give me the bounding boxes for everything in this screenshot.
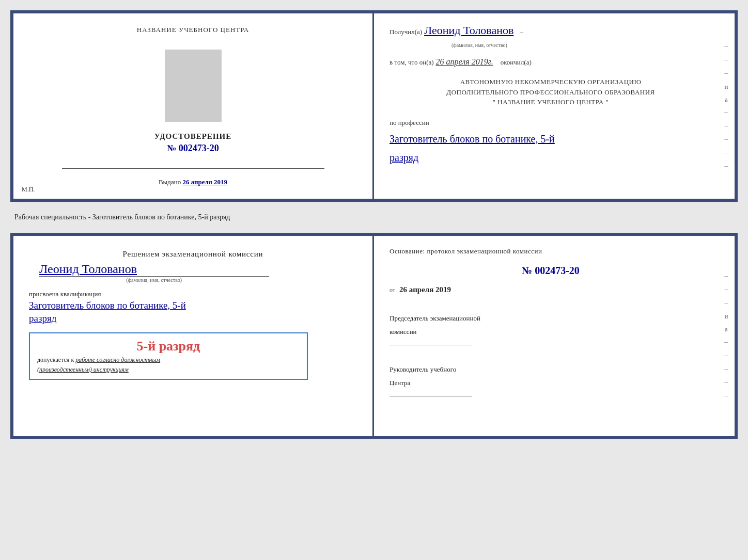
center-head-label: Руководитель учебного [389,365,712,374]
center-sign-line [389,396,472,396]
commission-sign-line [389,345,472,345]
bottom-doc-right: Основание: протокол экзаменационной коми… [374,236,735,436]
underline-divider [62,168,324,169]
profession-name: Заготовитель блоков по ботанике, 5-й [389,132,712,146]
center-head-label2: Центра [389,378,712,388]
top-doc-left: НАЗВАНИЕ УЧЕБНОГО ЦЕНТРА УДОСТОВЕРЕНИЕ №… [13,13,374,199]
stamp-box: 5-й разряд допускается к работе согласно… [29,332,308,380]
edge-text-a: а [725,96,727,104]
b-edge-dash-6: – [725,378,728,387]
bottom-qual-label: присвоена квалификация [29,290,101,298]
b-edge-text-i: и [725,312,728,321]
edge-dash-4: – [725,122,728,130]
edge-text-i: и [725,83,728,91]
org-line3: " НАЗВАНИЕ УЧЕБНОГО ЦЕНТРА " [389,97,712,107]
commission-head-label2: комиссии [389,327,712,337]
profession-label: по профессии [389,119,712,127]
stamp-text: допускается к работе согласно должностны… [37,356,300,364]
org-line1: АВТОНОМНУЮ НЕКОММЕРЧЕСКУЮ ОРГАНИЗАЦИЮ [389,77,712,87]
confirmed-date: 26 апреля 2019г. [436,57,493,66]
edge-dash-7: – [725,162,728,170]
center-head-block: Руководитель учебного Центра [389,361,712,398]
stamp-rank: 5-й разряд [37,339,300,354]
bottom-person-name: Леонид Толованов [39,262,137,276]
bottom-number: № 002473-20 [389,265,712,277]
bottom-person-sublabel: (фамилия, имя, отчество) [39,276,269,283]
right-edge-marks: – – – и а ← – – – – [721,13,731,199]
cert-title: УДОСТОВЕРЕНИЕ [154,132,232,141]
bottom-right-edge-marks: – – – и а ← – – – – [721,236,731,436]
b-edge-dash-7: – [725,392,728,400]
b-edge-text-a: а [725,326,727,333]
stamp-prefix: допускается к [37,356,74,363]
edge-arrow: ← [723,109,729,117]
dash-symbol: – [520,28,523,36]
commission-head-label: Председатель экзаменационной [389,314,712,323]
top-doc-right: Получил(а) Леонид Толованов – (фамилия, … [374,13,735,199]
recipient-prefix: Получил(а) [389,28,422,36]
recipient-name: Леонид Толованов [424,24,513,37]
edge-dash-1: – [725,42,728,51]
specialty-line: Рабочая специальность - Заготовитель бло… [10,211,738,223]
mp-label: М.П. [22,186,35,194]
rank-name: разряд [389,152,712,164]
bottom-qual-name: Заготовитель блоков по ботанике, 5-й [29,299,186,312]
commission-head-block: Председатель экзаменационной комиссии [389,310,712,347]
recipient-sublabel: (фамилия, имя, отчество) [451,42,712,48]
basis-label: Основание: протокол экзаменационной коми… [389,246,712,257]
top-document: НАЗВАНИЕ УЧЕБНОГО ЦЕНТРА УДОСТОВЕРЕНИЕ №… [10,10,738,202]
decision-text: Решением экзаменационной комиссии [29,248,357,260]
b-edge-dash-3: – [725,299,728,307]
stamp-italic2: (производственным) инструкциям [37,366,300,374]
photo-placeholder [165,50,222,122]
issued-label: Выдано [159,178,181,186]
b-edge-dash-5: – [725,365,728,373]
bottom-doc-left: Решением экзаменационной комиссии Леонид… [13,236,374,436]
edge-dash-2: – [725,56,728,64]
org-block: АВТОНОМНУЮ НЕКОММЕРЧЕСКУЮ ОРГАНИЗАЦИЮ ДО… [389,77,712,107]
confirmed-prefix: в том, что он(а) [389,58,434,66]
edge-dash-3: – [725,69,728,77]
bottom-document: Решением экзаменационной комиссии Леонид… [10,233,738,439]
b-edge-dash-1: – [725,272,728,280]
recipient-row: Получил(а) Леонид Толованов – [389,24,712,37]
org-line2: ДОПОЛНИТЕЛЬНОГО ПРОФЕССИОНАЛЬНОГО ОБРАЗО… [389,87,712,98]
stamp-italic: работе согласно должностным [75,356,160,363]
date-value: 26 апреля 2019 [399,285,451,294]
cert-number: № 002473-20 [167,143,219,154]
b-edge-dash-4: – [725,351,728,360]
confirmed-row: в том, что он(а) 26 апреля 2019г. окончи… [389,57,712,67]
edge-dash-6: – [725,149,728,157]
top-left-title: НАЗВАНИЕ УЧЕБНОГО ЦЕНТРА [137,26,249,34]
edge-dash-5: – [725,135,728,143]
date-prefix: от [389,286,395,294]
bottom-rank: разряд [29,313,56,324]
from-date-row: от 26 апреля 2019 [389,285,712,294]
confirmed-suffix: окончил(а) [501,58,532,66]
issued-date: 26 апреля 2019 [182,178,227,186]
b-edge-dash-2: – [725,285,728,294]
issued-line: Выдано 26 апреля 2019 [159,178,227,186]
b-edge-arrow: ← [723,339,729,346]
